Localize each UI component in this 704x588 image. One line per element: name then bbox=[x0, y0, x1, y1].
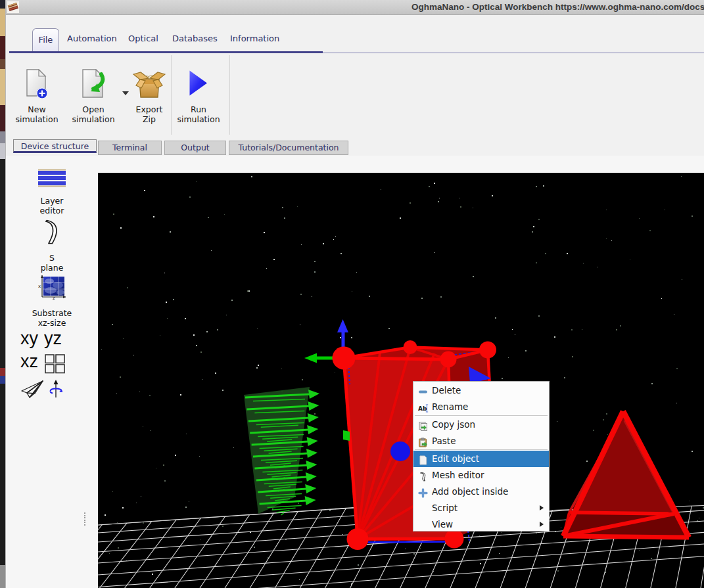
tab-device-structure[interactable]: Device structure bbox=[13, 139, 97, 153]
substrate-button[interactable]: xz Substratexz-size bbox=[6, 275, 98, 328]
view-xy-button[interactable]: xy bbox=[20, 328, 38, 349]
open-simulation-button[interactable]: Opensimulation bbox=[66, 66, 120, 124]
app-window: OghmaNano - Optical Workbench https://ww… bbox=[5, 0, 704, 588]
open-simulation-icon bbox=[66, 69, 120, 102]
menu-item-view[interactable]: View bbox=[413, 516, 549, 533]
run-simulation-button[interactable]: Runsimulation bbox=[171, 66, 226, 124]
export-zip-button[interactable]: ExportZip bbox=[123, 66, 176, 124]
menu-item-script[interactable]: Script bbox=[413, 500, 549, 516]
tab-output[interactable]: Output bbox=[164, 141, 226, 155]
s-plane-icon bbox=[45, 235, 59, 247]
substrate-icon: xz bbox=[37, 290, 66, 302]
rotate-icon[interactable] bbox=[49, 379, 63, 401]
menu-item-paste[interactable]: Paste bbox=[413, 433, 549, 449]
layer-editor-icon bbox=[37, 177, 66, 190]
tab-terminal[interactable]: Terminal bbox=[98, 141, 162, 155]
desktop-edge-strip bbox=[0, 0, 5, 588]
svg-text:z: z bbox=[53, 296, 55, 300]
submenu-arrow-icon bbox=[540, 522, 544, 527]
menu-item-rename[interactable]: Ab Rename bbox=[413, 399, 549, 415]
toolbar: Newsimulation Opensimulation ExportZip R… bbox=[6, 53, 704, 140]
svg-text:Ab: Ab bbox=[418, 405, 427, 412]
ribbon-tab-file[interactable]: File bbox=[32, 28, 59, 51]
ribbon-tab-optical[interactable]: Optical bbox=[128, 34, 158, 43]
context-menu: Delete Ab Rename Copy json Paste Edit ob… bbox=[413, 381, 550, 531]
view-tab-bar: Device structure Terminal Output Tutoria… bbox=[6, 135, 704, 156]
submenu-arrow-icon bbox=[540, 505, 544, 510]
export-zip-icon bbox=[123, 71, 176, 101]
tab-tutorials-documentation[interactable]: Tutorials/Documentation bbox=[229, 141, 348, 155]
splitter-handle[interactable] bbox=[84, 512, 86, 526]
view-xz-button[interactable]: xz bbox=[20, 351, 38, 372]
ribbon-tab-information[interactable]: Information bbox=[230, 34, 279, 43]
rename-icon: Ab bbox=[418, 402, 429, 413]
app-logo-icon bbox=[7, 1, 19, 13]
scene-3d[interactable] bbox=[98, 173, 704, 588]
menu-item-mesh-editor[interactable]: Mesh editor bbox=[413, 467, 549, 484]
menu-item-edit-object[interactable]: Edit object bbox=[413, 451, 549, 467]
toolbar-separator bbox=[229, 55, 230, 139]
3d-viewport[interactable] bbox=[98, 173, 704, 588]
ribbon-tab-bar: File Automation Optical Databases Inform… bbox=[6, 15, 704, 53]
svg-text:x: x bbox=[38, 284, 41, 289]
sidebar: Layereditor Splane xz Substratexz-size x… bbox=[6, 156, 98, 588]
edit-object-icon bbox=[418, 454, 429, 464]
menu-item-delete[interactable]: Delete bbox=[413, 382, 549, 399]
no-icon bbox=[418, 520, 429, 530]
ribbon-tab-automation[interactable]: Automation bbox=[67, 34, 117, 43]
paper-plane-icon[interactable] bbox=[20, 380, 44, 402]
add-icon bbox=[418, 487, 429, 497]
s-plane-button[interactable]: Splane bbox=[6, 219, 98, 273]
title-bar[interactable]: OghmaNano - Optical Workbench https://ww… bbox=[6, 0, 704, 15]
screen: OghmaNano - Optical Workbench https://ww… bbox=[0, 0, 704, 588]
delete-icon bbox=[418, 386, 429, 396]
content-pane: Layereditor Splane xz Substratexz-size x… bbox=[6, 156, 704, 588]
layer-editor-button[interactable]: Layereditor bbox=[6, 169, 98, 215]
paste-icon bbox=[418, 436, 429, 447]
new-simulation-button[interactable]: Newsimulation bbox=[10, 66, 64, 124]
no-icon bbox=[418, 503, 429, 514]
menu-item-add-object-inside[interactable]: Add object inside bbox=[413, 484, 549, 500]
run-simulation-icon bbox=[171, 70, 226, 100]
menu-item-copy-json[interactable]: Copy json bbox=[413, 417, 549, 433]
grid-view-icon[interactable] bbox=[45, 354, 66, 376]
view-yz-button[interactable]: yz bbox=[44, 328, 62, 349]
ribbon-tab-databases[interactable]: Databases bbox=[172, 34, 218, 43]
mesh-editor-icon bbox=[418, 470, 429, 481]
window-title: OghmaNano - Optical Workbench https://ww… bbox=[411, 2, 704, 12]
copy-icon bbox=[418, 420, 429, 430]
new-simulation-icon bbox=[10, 69, 64, 102]
